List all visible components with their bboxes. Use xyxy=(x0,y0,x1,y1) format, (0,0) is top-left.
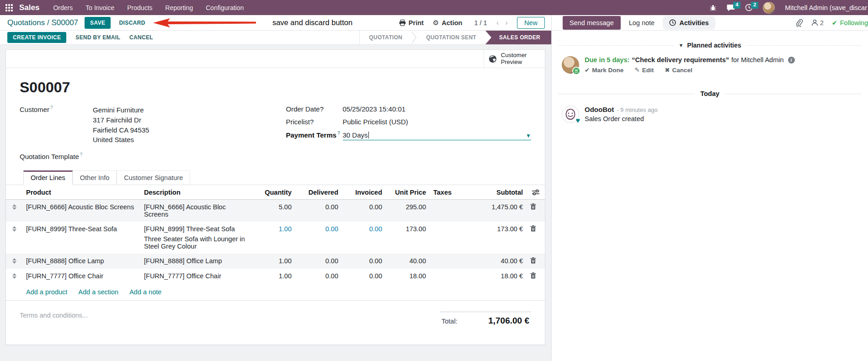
print-button[interactable]: Print xyxy=(399,19,424,27)
menu-products[interactable]: Products xyxy=(127,4,152,11)
cell-quantity[interactable]: 5.00 xyxy=(251,200,295,222)
taxes-column-header[interactable]: Taxes xyxy=(430,185,463,200)
customer-link[interactable]: Gemini Furniture xyxy=(93,105,149,115)
edit-activity-button[interactable]: ✎Edit xyxy=(634,66,654,74)
delete-row-button[interactable] xyxy=(530,203,536,210)
delete-row-button[interactable] xyxy=(530,225,536,232)
field-quotation-template[interactable]: Quotation Template? xyxy=(20,152,265,160)
order-line-row[interactable]: [FURN_6666] Acoustic Bloc Screens [FURN_… xyxy=(6,200,545,222)
delivered-column-header[interactable]: Delivered xyxy=(295,185,342,200)
add-a-product-link[interactable]: Add a product xyxy=(26,288,67,296)
cell-product[interactable]: [FURN_8999] Three-Seat Sofa xyxy=(22,222,140,254)
optional-columns-button[interactable] xyxy=(527,185,545,200)
product-column-header[interactable]: Product xyxy=(22,185,140,200)
add-a-section-link[interactable]: Add a section xyxy=(78,288,118,296)
cell-unit-price[interactable]: 40.00 xyxy=(386,254,430,269)
drag-handle-icon[interactable] xyxy=(6,200,22,222)
cell-description[interactable]: [FURN_8999] Three-Seat Sofa Three Seater… xyxy=(140,222,251,254)
menu-orders[interactable]: Orders xyxy=(53,4,73,11)
send-by-email-button[interactable]: SEND BY EMAIL xyxy=(75,34,120,41)
terms-placeholder[interactable]: Terms and conditions... xyxy=(20,312,88,326)
pager-next-icon[interactable]: › xyxy=(505,18,508,27)
activity-clock-icon[interactable]: 2 xyxy=(745,4,753,11)
tab-customer-signature[interactable]: Customer Signature xyxy=(117,170,190,185)
cell-description[interactable]: [FURN_8888] Office Lamp xyxy=(140,254,251,269)
delete-row-button[interactable] xyxy=(530,257,536,264)
cancel-activity-button[interactable]: ✖Cancel xyxy=(665,66,692,74)
cell-taxes[interactable] xyxy=(430,222,463,254)
menu-configuration[interactable]: Configuration xyxy=(206,4,244,11)
breadcrumb-quotations[interactable]: Quotations xyxy=(7,18,45,27)
cell-invoiced[interactable]: 0.00 xyxy=(342,222,386,254)
info-icon[interactable]: i xyxy=(788,57,795,64)
cell-delivered[interactable]: 0.00 xyxy=(295,254,342,269)
action-menu-button[interactable]: ⚙ Action xyxy=(433,19,463,27)
cell-product[interactable]: [FURN_8888] Office Lamp xyxy=(22,254,140,269)
user-name[interactable]: Mitchell Admin (save_discar xyxy=(785,4,867,11)
dropdown-caret-icon[interactable]: ▼ xyxy=(526,133,531,139)
planned-activities-toggle[interactable]: ▼ Planned activities xyxy=(678,42,741,49)
cell-quantity[interactable]: 1.00 xyxy=(251,254,295,269)
drag-handle-icon[interactable] xyxy=(6,269,22,284)
cell-taxes[interactable] xyxy=(430,254,463,269)
following-button[interactable]: ✔ Following xyxy=(832,19,868,27)
discard-button[interactable]: DISCARD xyxy=(119,20,145,26)
cell-product[interactable]: [FURN_6666] Acoustic Bloc Screens xyxy=(22,200,140,222)
order-line-row[interactable]: [FURN_7777] Office Chair [FURN_7777] Off… xyxy=(6,269,545,284)
cell-delivered[interactable]: 0.00 xyxy=(295,222,342,254)
debug-bug-icon[interactable] xyxy=(709,4,717,11)
save-button[interactable]: SAVE xyxy=(85,17,111,29)
customer-preview-button[interactable]: Customer Preview xyxy=(484,50,545,68)
log-note-button[interactable]: Log note xyxy=(629,19,655,27)
cell-invoiced[interactable]: 0.00 xyxy=(342,254,386,269)
cell-invoiced[interactable]: 0.00 xyxy=(342,269,386,284)
cell-description[interactable]: [FURN_7777] Office Chair xyxy=(140,269,251,284)
tab-other-info[interactable]: Other Info xyxy=(73,170,117,185)
cell-quantity[interactable]: 1.00 xyxy=(251,222,295,254)
add-a-note-link[interactable]: Add a note xyxy=(129,288,161,296)
cell-quantity[interactable]: 1.00 xyxy=(251,269,295,284)
order-line-row[interactable]: [FURN_8999] Three-Seat Sofa [FURN_8999] … xyxy=(6,222,545,254)
menu-reporting[interactable]: Reporting xyxy=(165,4,193,11)
cell-invoiced[interactable]: 0.00 xyxy=(342,200,386,222)
quantity-column-header[interactable]: Quantity xyxy=(251,185,295,200)
pager-previous-icon[interactable]: ‹ xyxy=(496,18,499,27)
status-step-quotation[interactable]: QUOTATION xyxy=(360,31,411,44)
apps-grid-icon[interactable] xyxy=(5,4,13,11)
user-avatar[interactable] xyxy=(763,2,775,14)
new-button[interactable]: New xyxy=(517,17,545,29)
cell-unit-price[interactable]: 173.00 xyxy=(386,222,430,254)
order-line-row[interactable]: [FURN_8888] Office Lamp [FURN_8888] Offi… xyxy=(6,254,545,269)
message-author[interactable]: OdooBot xyxy=(585,106,614,113)
drag-handle-icon[interactable] xyxy=(6,222,22,254)
attachments-button[interactable] xyxy=(795,19,803,27)
followers-button[interactable]: 2 xyxy=(811,19,824,27)
unit-price-column-header[interactable]: Unit Price xyxy=(386,185,430,200)
cell-description[interactable]: [FURN_6666] Acoustic Bloc Screens xyxy=(140,200,251,222)
send-message-button[interactable]: Send message xyxy=(563,16,621,30)
payment-terms-input[interactable]: 30 Days ▼ xyxy=(343,131,532,140)
cell-delivered[interactable]: 0.00 xyxy=(295,269,342,284)
pricelist-value[interactable]: Public Pricelist (USD) xyxy=(343,118,408,126)
invoiced-column-header[interactable]: Invoiced xyxy=(342,185,386,200)
mark-done-button[interactable]: ✔Mark Done xyxy=(585,66,623,74)
activities-button[interactable]: Activities xyxy=(663,16,715,30)
status-step-quotation-sent[interactable]: QUOTATION SENT xyxy=(417,31,485,44)
create-invoice-button[interactable]: CREATE INVOICE xyxy=(7,32,66,43)
cell-delivered[interactable]: 0.00 xyxy=(295,200,342,222)
status-step-sales-order[interactable]: SALES ORDER xyxy=(485,31,551,44)
description-column-header[interactable]: Description xyxy=(140,185,251,200)
messages-icon[interactable]: 4 xyxy=(727,4,735,11)
cell-product[interactable]: [FURN_7777] Office Chair xyxy=(22,269,140,284)
cell-unit-price[interactable]: 295.00 xyxy=(386,200,430,222)
app-brand[interactable]: Sales xyxy=(19,3,39,12)
cell-taxes[interactable] xyxy=(430,269,463,284)
cell-taxes[interactable] xyxy=(430,200,463,222)
cancel-button[interactable]: CANCEL xyxy=(129,34,153,41)
cell-unit-price[interactable]: 18.00 xyxy=(386,269,430,284)
activity-avatar[interactable] xyxy=(562,56,579,74)
menu-to-invoice[interactable]: To Invoice xyxy=(85,4,114,11)
subtotal-column-header[interactable]: Subtotal xyxy=(463,185,527,200)
delete-row-button[interactable] xyxy=(530,272,536,279)
order-date-value[interactable]: 05/25/2023 15:40:01 xyxy=(343,105,406,113)
